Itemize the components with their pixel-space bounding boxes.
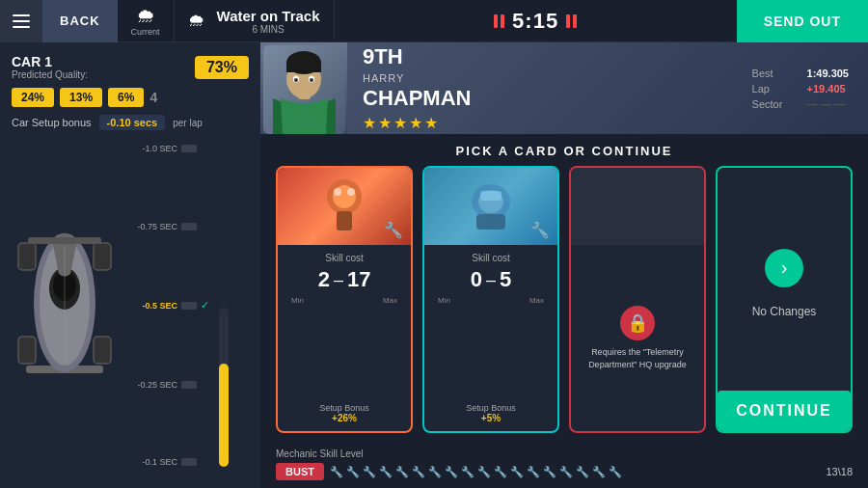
weather-next: 🌧 Water on Track 6 MINS <box>175 0 335 42</box>
quality-badge: 73% <box>195 56 249 79</box>
card-2[interactable]: 🔧 Skill cost 0 – 5 Min Max <box>422 166 559 433</box>
svg-point-19 <box>310 78 313 82</box>
mechanic-row: BUST 🔧🔧🔧🔧🔧🔧🔧🔧🔧🔧🔧🔧🔧🔧🔧🔧🔧🔧 13\18 <box>276 463 853 480</box>
pill-number: 4 <box>149 90 157 105</box>
card-1-min-max: Min Max <box>287 296 401 305</box>
slider-label-4: -0.25 SEC <box>125 380 177 390</box>
wrench-icon-14: 🔧 <box>543 466 556 478</box>
continue-button[interactable]: CONTINUE <box>718 391 851 431</box>
slider-dot-4[interactable] <box>181 381 197 389</box>
driver-info: 9TH HARRY CHAPMAN ★★★★★ <box>347 42 486 134</box>
slider-dot-3[interactable] <box>181 302 197 310</box>
mechanic-icons: 🔧🔧🔧🔧🔧🔧🔧🔧🔧🔧🔧🔧🔧🔧🔧🔧🔧🔧 <box>330 466 821 478</box>
pick-title-continue: CONTINUE <box>592 144 673 158</box>
no-changes-text: No Changes <box>752 305 817 318</box>
check-icon: ✓ <box>201 299 209 312</box>
stat-best: Best 1:49.305 <box>752 68 849 79</box>
card-2-bonus-label: Setup Bonus <box>434 403 548 413</box>
card-1[interactable]: 🔧 Skill cost 2 – 17 Min Max <box>276 166 413 433</box>
stat-best-label: Best <box>752 68 796 79</box>
hamburger-icon <box>13 14 30 28</box>
card-1-svg <box>315 177 373 235</box>
stat-sector-value: — — — <box>807 98 845 110</box>
wrench-icon-8: 🔧 <box>445 466 458 478</box>
mechanic-label: Mechanic Skill Level <box>276 448 853 459</box>
pause-icon-right[interactable] <box>566 14 577 28</box>
card-1-min: 2 <box>318 267 330 292</box>
wrench-icon-10: 🔧 <box>477 466 491 478</box>
slider-track-bar[interactable] <box>219 308 229 467</box>
card-2-image: 🔧 <box>424 168 557 245</box>
pick-title-pre: PICK A <box>456 144 515 158</box>
stat-lap-value: +19.405 <box>807 83 846 95</box>
card-2-svg <box>462 177 520 235</box>
rain-icon-current: 🌧 <box>136 5 155 27</box>
svg-point-24 <box>347 188 355 196</box>
card-1-bonus-value: +26% <box>332 413 357 423</box>
bar-wrapper <box>215 144 229 467</box>
back-button[interactable]: BACK <box>42 0 118 42</box>
card-1-tool-icon: 🔧 <box>384 221 403 239</box>
stat-lap-label: Lap <box>752 83 796 95</box>
svg-rect-8 <box>18 243 36 270</box>
car-title: CAR 1 <box>12 54 88 69</box>
slider-dot-2[interactable] <box>181 223 197 230</box>
card-4-body: › No Changes <box>718 168 851 391</box>
card-1-bonus-label: Setup Bonus <box>287 403 401 413</box>
pick-title-mid: OR <box>563 144 591 158</box>
wrench-icon-9: 🔧 <box>461 466 475 478</box>
card-2-max: 5 <box>500 267 511 292</box>
card-4[interactable]: › No Changes CONTINUE <box>716 166 853 433</box>
card-3[interactable]: 🔒 Requires the "Telemetry Department" HQ… <box>569 166 706 433</box>
stat-best-value: 1:49.305 <box>807 68 849 79</box>
avatar-svg <box>263 45 345 134</box>
card-2-dash: – <box>486 270 496 290</box>
slider-dot-1[interactable] <box>181 145 197 152</box>
card-2-min-label: Min <box>438 296 450 305</box>
svg-rect-2 <box>94 337 111 364</box>
predicted-label: Predicted Quality: <box>12 69 88 80</box>
driver-last-name: CHAPMAN <box>363 87 471 110</box>
slider-fill <box>219 364 229 467</box>
cards-area: PICK A CARD OR CONTINUE <box>260 134 868 443</box>
card-3-lock-text: Requires the "Telemetry Department" HQ u… <box>571 346 704 370</box>
mechanic-section: Mechanic Skill Level BUST 🔧🔧🔧🔧🔧🔧🔧🔧🔧🔧🔧🔧🔧🔧… <box>260 443 868 488</box>
card-1-skill-range: 2 – 17 <box>287 267 401 292</box>
weather-current: 🌧 Current <box>118 0 175 42</box>
svg-rect-7 <box>28 237 101 244</box>
setup-bonus-value: -0.10 secs <box>99 115 166 130</box>
card-2-body: Skill cost 0 – 5 Min Max Setup Bonus <box>424 245 557 431</box>
quality-pills: 24% 13% 6% 4 <box>12 88 249 107</box>
svg-point-18 <box>294 78 298 82</box>
driver-position: 9TH <box>363 44 471 69</box>
card-1-skill-label: Skill cost <box>287 253 401 263</box>
svg-rect-27 <box>476 214 505 230</box>
card-2-min: 0 <box>471 267 482 292</box>
menu-button[interactable] <box>0 0 42 42</box>
slider-dot-5[interactable] <box>181 458 197 466</box>
pill-3: 6% <box>108 88 144 107</box>
slider-area: -1.0 SEC -0.75 SEC -0.5 SEC ✓ <box>125 138 249 476</box>
timer-section: 5:15 <box>335 9 737 34</box>
svg-rect-15 <box>286 63 321 72</box>
weather-current-label: Current <box>131 27 160 37</box>
car-svg <box>16 216 113 399</box>
cards-row: 🔧 Skill cost 2 – 17 Min Max <box>276 166 853 433</box>
card-3-image <box>571 168 704 245</box>
card-2-bonus-value: +5% <box>481 413 501 423</box>
wrench-icon-4: 🔧 <box>379 466 393 478</box>
pause-icon-left[interactable] <box>494 14 504 28</box>
rain-icon-next: 🌧 <box>188 11 205 31</box>
send-out-button[interactable]: SEND OUT <box>737 0 868 42</box>
slider-row-1: -1.0 SEC <box>125 144 209 153</box>
card-2-tool-icon: 🔧 <box>530 221 550 239</box>
wrench-icon-17: 🔧 <box>592 466 606 478</box>
pill-1: 24% <box>12 88 54 107</box>
slider-row-5: -0.1 SEC <box>125 457 209 467</box>
slider-container: -1.0 SEC -0.75 SEC -0.5 SEC ✓ <box>125 144 249 467</box>
wrench-icon-7: 🔧 <box>428 466 442 478</box>
setup-bonus-label: Car Setup bonus <box>12 117 92 128</box>
slider-label-5: -0.1 SEC <box>125 457 177 467</box>
driver-portrait <box>260 42 347 134</box>
pick-card-title: PICK A CARD OR CONTINUE <box>276 144 853 158</box>
